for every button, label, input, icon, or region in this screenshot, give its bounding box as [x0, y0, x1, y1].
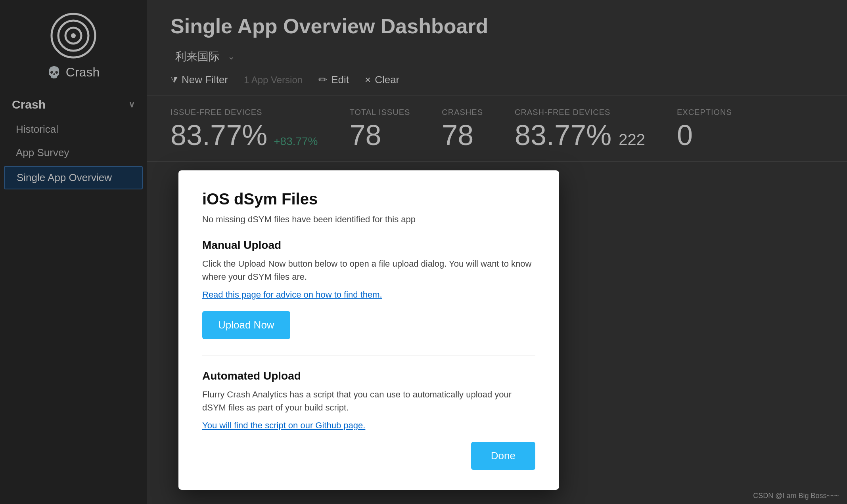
done-button[interactable]: Done: [471, 442, 535, 470]
manual-upload-description: Click the Upload Now button below to ope…: [202, 257, 535, 283]
manual-upload-section-title: Manual Upload: [202, 239, 535, 252]
upload-now-button[interactable]: Upload Now: [202, 311, 290, 339]
dsym-modal: iOS dSym Files No missing dSYM files hav…: [178, 170, 559, 490]
watermark: CSDN @I am Big Boss~~~: [753, 492, 839, 500]
automated-upload-section-title: Automated Upload: [202, 370, 535, 382]
github-link[interactable]: You will find the script on our Github p…: [202, 420, 535, 431]
automated-upload-description: Flurry Crash Analytics has a script that…: [202, 388, 535, 414]
modal-divider: [202, 355, 535, 355]
modal-subtitle: No missing dSYM files have been identifi…: [202, 214, 535, 225]
read-this-page-link[interactable]: Read this page for advice on how to find…: [202, 290, 535, 300]
modal-title: iOS dSym Files: [202, 190, 535, 208]
modal-footer: Done: [202, 442, 535, 470]
